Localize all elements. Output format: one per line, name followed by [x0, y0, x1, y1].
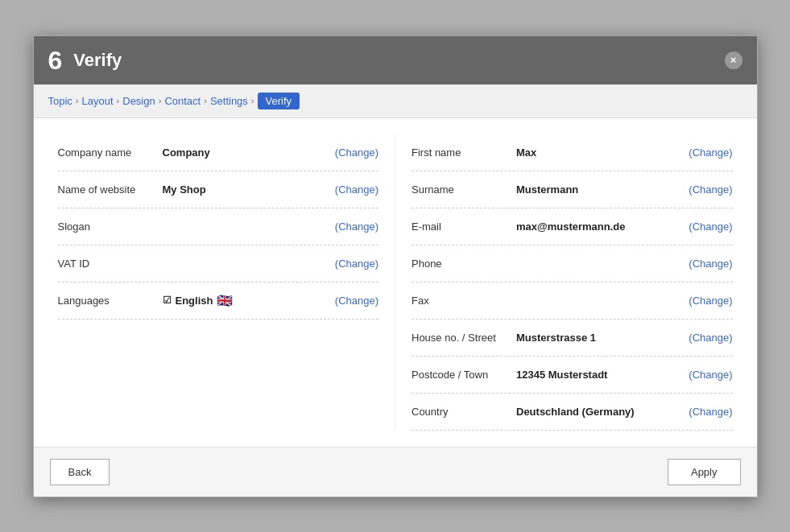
dialog-header: 6 Verify ×	[34, 36, 757, 85]
sep-2: ›	[117, 96, 120, 105]
field-email: E-mail max@mustermann.de (Change)	[412, 208, 733, 245]
field-postcode: Postcode / Town 12345 Musterstadt (Chang…	[412, 357, 733, 394]
columns: Company name Company (Change) Name of we…	[58, 134, 733, 431]
field-slogan: Slogan (Change)	[58, 208, 379, 245]
sep-3: ›	[159, 96, 162, 105]
breadcrumb-contact[interactable]: Contact	[164, 95, 201, 107]
label-first-name: First name	[412, 146, 516, 159]
label-languages: Languages	[58, 295, 163, 307]
apply-button[interactable]: Apply	[668, 459, 741, 485]
right-column: First name Max (Change) Surname Musterma…	[395, 134, 733, 431]
label-fax: Fax	[412, 295, 516, 307]
change-website-name[interactable]: (Change)	[335, 184, 378, 196]
close-button[interactable]: ×	[725, 52, 742, 69]
value-country: Deutschland (Germany)	[516, 406, 680, 418]
field-first-name: First name Max (Change)	[412, 134, 733, 171]
sep-5: ›	[251, 96, 254, 105]
label-vat-id: VAT ID	[58, 258, 163, 270]
field-vat-id: VAT ID (Change)	[58, 245, 379, 282]
verify-dialog: 6 Verify × Topic › Layout › Design › Con…	[33, 35, 758, 497]
breadcrumb-topic[interactable]: Topic	[48, 95, 72, 107]
sep-4: ›	[204, 96, 207, 105]
field-street: House no. / Street Musterstrasse 1 (Chan…	[412, 320, 733, 357]
content-area: Company name Company (Change) Name of we…	[34, 118, 757, 447]
lang-check-icon: ☑	[163, 295, 172, 306]
field-phone: Phone (Change)	[412, 245, 733, 282]
change-first-name[interactable]: (Change)	[689, 146, 732, 159]
value-street: Musterstrasse 1	[516, 332, 680, 344]
breadcrumb: Topic › Layout › Design › Contact › Sett…	[34, 85, 757, 118]
breadcrumb-design[interactable]: Design	[122, 95, 155, 107]
label-country: Country	[412, 406, 516, 418]
label-company-name: Company name	[58, 146, 163, 159]
field-languages: Languages ☑ English 🇬🇧 (Change)	[58, 282, 379, 320]
back-button[interactable]: Back	[50, 459, 110, 485]
dialog-footer: Back Apply	[34, 447, 757, 497]
field-website-name: Name of website My Shop (Change)	[58, 171, 379, 208]
change-phone[interactable]: (Change)	[689, 258, 732, 270]
breadcrumb-layout[interactable]: Layout	[82, 95, 114, 107]
value-surname: Mustermann	[516, 184, 680, 196]
lang-name: English	[176, 295, 213, 307]
value-first-name: Max	[516, 146, 680, 159]
value-languages: ☑ English 🇬🇧	[163, 293, 327, 308]
value-email: max@mustermann.de	[516, 221, 680, 233]
change-street[interactable]: (Change)	[689, 332, 732, 344]
breadcrumb-verify-active: Verify	[258, 93, 300, 109]
change-fax[interactable]: (Change)	[689, 295, 732, 307]
label-slogan: Slogan	[58, 221, 163, 233]
label-email: E-mail	[412, 221, 516, 233]
label-street: House no. / Street	[412, 332, 516, 344]
label-website-name: Name of website	[58, 184, 163, 196]
value-company-name: Company	[163, 146, 327, 159]
change-country[interactable]: (Change)	[689, 406, 732, 418]
step-number: 6	[48, 47, 63, 73]
breadcrumb-settings[interactable]: Settings	[210, 95, 248, 107]
change-surname[interactable]: (Change)	[689, 184, 732, 196]
change-languages[interactable]: (Change)	[335, 295, 378, 307]
uk-flag-icon: 🇬🇧	[217, 293, 233, 308]
field-surname: Surname Mustermann (Change)	[412, 171, 733, 208]
label-postcode: Postcode / Town	[412, 369, 516, 381]
header-left: 6 Verify	[48, 47, 122, 73]
change-postcode[interactable]: (Change)	[689, 369, 732, 381]
change-slogan[interactable]: (Change)	[335, 221, 378, 233]
field-company-name: Company name Company (Change)	[58, 134, 379, 171]
field-country: Country Deutschland (Germany) (Change)	[412, 394, 733, 431]
sep-1: ›	[76, 96, 79, 105]
dialog-title: Verify	[73, 50, 122, 71]
label-phone: Phone	[412, 258, 516, 270]
label-surname: Surname	[412, 184, 516, 196]
change-email[interactable]: (Change)	[689, 221, 732, 233]
change-company-name[interactable]: (Change)	[335, 146, 378, 159]
left-column: Company name Company (Change) Name of we…	[58, 134, 395, 431]
field-fax: Fax (Change)	[412, 282, 733, 320]
value-website-name: My Shop	[163, 184, 327, 196]
value-postcode: 12345 Musterstadt	[516, 369, 680, 381]
change-vat-id[interactable]: (Change)	[335, 258, 378, 270]
